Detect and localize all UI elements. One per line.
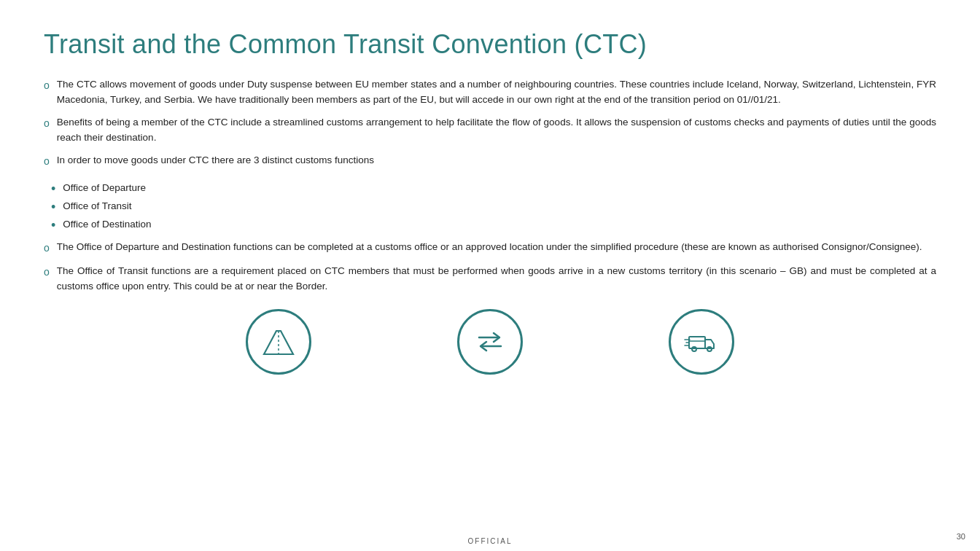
- bullet-marker-1: o: [44, 78, 50, 94]
- sub-bullet-dot-2: •: [51, 200, 55, 214]
- bullet-marker-5: o: [44, 265, 50, 281]
- slide-title: Transit and the Common Transit Conventio…: [44, 29, 936, 60]
- transit-icon-circle: [457, 309, 523, 375]
- bullet-text-1: The CTC allows movement of goods under D…: [57, 77, 936, 108]
- bullet-text-4: The Office of Departure and Destination …: [57, 240, 936, 255]
- sub-bullet-dot-1: •: [51, 182, 55, 195]
- bullet-text-2: Benefits of being a member of the CTC in…: [57, 115, 936, 146]
- slide: Transit and the Common Transit Conventio…: [0, 0, 980, 551]
- sub-bullet-3: • Office of Destination: [51, 217, 152, 232]
- bullet-marker-2: o: [44, 116, 50, 132]
- sub-bullet-1: • Office of Departure: [51, 181, 152, 196]
- sub-bullet-2: • Office of Transit: [51, 199, 152, 214]
- transit-icon: [472, 324, 508, 360]
- sub-bullet-text-2: Office of Transit: [63, 199, 131, 214]
- sub-bullet-dot-3: •: [51, 219, 55, 232]
- page-number: 30: [957, 532, 965, 541]
- bullet-item-4: o The Office of Departure and Destinatio…: [44, 240, 936, 257]
- sub-bullet-text-1: Office of Departure: [63, 181, 146, 196]
- destination-icon-circle: [669, 309, 734, 375]
- bullet-item-1: o The CTC allows movement of goods under…: [44, 77, 936, 108]
- bullet-item-2: o Benefits of being a member of the CTC …: [44, 115, 936, 146]
- bullet-marker-3: o: [44, 154, 50, 170]
- official-label: OFFICIAL: [467, 537, 512, 545]
- content-area: o The CTC allows movement of goods under…: [44, 77, 936, 529]
- icons-row: [44, 309, 936, 375]
- sub-bullet-text-3: Office of Destination: [63, 217, 151, 232]
- sub-bullets: • Office of Departure • Office of Transi…: [51, 181, 152, 232]
- bullet-item-5: o The Office of Transit functions are a …: [44, 264, 936, 294]
- destination-icon: [683, 324, 720, 360]
- bullet-marker-4: o: [44, 241, 50, 257]
- svg-rect-1: [689, 337, 705, 348]
- departure-icon: [260, 324, 297, 360]
- bullet-item-3: o In order to move goods under CTC there…: [44, 153, 936, 232]
- bullet-text-3: In order to move goods under CTC there a…: [57, 153, 374, 168]
- bullet-text-5: The Office of Transit functions are a re…: [57, 264, 936, 294]
- departure-icon-circle: [246, 309, 311, 375]
